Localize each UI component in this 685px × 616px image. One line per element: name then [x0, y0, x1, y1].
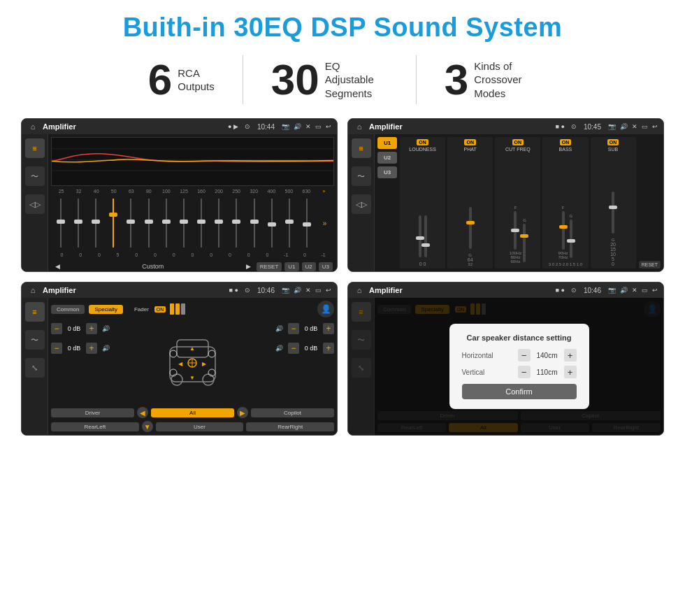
- bass-slider2[interactable]: [570, 220, 572, 258]
- eq-slider-0[interactable]: [52, 195, 68, 251]
- loudness-slider2[interactable]: [424, 215, 427, 257]
- eq-slider-7[interactable]: [175, 195, 192, 251]
- loudness-label: LOUDNESS: [409, 147, 436, 152]
- status-title-1: Amplifier: [43, 122, 224, 131]
- eq-slider-11[interactable]: [246, 195, 262, 251]
- sidebar-eq-btn-3[interactable]: ≡: [25, 302, 45, 322]
- eq-u3-btn[interactable]: U3: [319, 262, 333, 271]
- eq-u2-btn[interactable]: U2: [302, 262, 316, 271]
- sidebar-wave-btn-4[interactable]: 〜: [352, 330, 371, 350]
- preset-u1-btn[interactable]: U1: [377, 137, 397, 149]
- eq-reset-btn[interactable]: RESET: [257, 262, 282, 271]
- arrow-left-btn[interactable]: ◀: [137, 407, 148, 418]
- btn-copilot[interactable]: Copilot: [251, 408, 334, 417]
- person-icon-3[interactable]: 👤: [317, 301, 334, 317]
- sub-slider[interactable]: [612, 192, 614, 234]
- eq-slider-4[interactable]: [123, 195, 139, 251]
- db-plus-bot-right[interactable]: +: [323, 343, 334, 354]
- sidebar-eq-btn-2[interactable]: ≡: [352, 138, 371, 158]
- amp2-reset-btn[interactable]: RESET: [639, 261, 661, 268]
- screen3-content: ≡ 〜 ⤡ Common Specialty Fader ON: [22, 298, 337, 435]
- eq-slider-2[interactable]: [87, 195, 103, 251]
- status-title-4: Amplifier: [369, 286, 551, 294]
- camera-icon-1: 📷: [282, 123, 289, 130]
- cutfreq-slider2[interactable]: [523, 224, 526, 262]
- status-title-3: Amplifier: [43, 286, 225, 294]
- btn-driver[interactable]: Driver: [51, 408, 134, 417]
- dialog-vertical-plus[interactable]: +: [564, 366, 577, 378]
- eq-prev-btn[interactable]: ◀: [52, 262, 62, 271]
- eq-slider-3[interactable]: [106, 195, 122, 251]
- sidebar-wave-btn-3[interactable]: 〜: [25, 330, 45, 350]
- eq-slider-10[interactable]: [229, 195, 245, 251]
- eq-slider-1[interactable]: [70, 195, 86, 251]
- btn-rearleft[interactable]: RearLeft: [51, 422, 139, 431]
- sidebar-eq-btn[interactable]: ≡: [25, 138, 45, 158]
- stat-number-crossover: 3: [445, 58, 468, 101]
- loudness-slider[interactable]: [419, 215, 421, 257]
- eq-slider-6[interactable]: [158, 195, 174, 251]
- sidebar-expand-btn-3[interactable]: ⤡: [25, 358, 45, 378]
- stat-crossover: 3 Kinds of Crossover Modes: [417, 58, 565, 101]
- status-bar-2: ⌂ Amplifier ■ ● ⊙ 10:45 📷 🔊 ✕ ▭ ↩: [348, 119, 663, 134]
- db-plus-bot-left[interactable]: +: [86, 343, 97, 354]
- close-icon-1: ✕: [305, 123, 311, 130]
- db-plus-top-left[interactable]: +: [86, 323, 97, 334]
- db-plus-top-right[interactable]: +: [323, 323, 334, 334]
- btn-all[interactable]: All: [151, 408, 234, 417]
- dialog-horizontal-plus[interactable]: +: [564, 349, 577, 361]
- dialog-vertical-minus[interactable]: −: [518, 366, 531, 378]
- phat-slider[interactable]: [469, 207, 472, 249]
- sidebar-wave-btn[interactable]: 〜: [25, 166, 45, 186]
- status-bar-1: ⌂ Amplifier ● ▶ ⊙ 10:44 📷 🔊 ✕ ▭ ↩: [22, 119, 337, 134]
- window-icon-3: ▭: [315, 287, 322, 294]
- eq-val-labels: 0 0 0 5 0 0 0 0 0 0 0 0 -1 0 -1: [51, 252, 334, 257]
- db-val-top-left: 0 dB: [64, 325, 84, 332]
- tab-common-3[interactable]: Common: [51, 305, 85, 314]
- db-minus-top-right[interactable]: −: [288, 323, 299, 334]
- eq-slider-9[interactable]: [211, 195, 227, 251]
- db-minus-bot-right[interactable]: −: [288, 343, 299, 354]
- bass-label: BASS: [559, 147, 572, 152]
- btn-user[interactable]: User: [156, 422, 244, 431]
- screen2-content: ≡ 〜 ◁▷ U1 U2 U3 ON LOUDNESS: [348, 134, 663, 271]
- screen-eq: ⌂ Amplifier ● ▶ ⊙ 10:44 📷 🔊 ✕ ▭ ↩ ≡ 〜 ◁▷: [21, 118, 338, 272]
- preset-u3-btn[interactable]: U3: [377, 166, 397, 178]
- eq-slider-12[interactable]: [264, 195, 280, 251]
- bass-slider1[interactable]: [562, 211, 565, 250]
- arrow-down-btn[interactable]: ▼: [142, 421, 153, 432]
- eq-slider-14[interactable]: [299, 195, 315, 251]
- screen1-content: ≡ 〜 ◁▷: [22, 134, 337, 271]
- eq-u1-btn[interactable]: U1: [284, 262, 298, 271]
- loudness-on-badge: ON: [417, 139, 428, 145]
- sidebar-vol-btn-2[interactable]: ◁▷: [352, 194, 371, 214]
- eq-slider-13[interactable]: [281, 195, 297, 251]
- sidebar-wave-btn-2[interactable]: 〜: [352, 166, 371, 186]
- sidebar-vol-btn[interactable]: ◁▷: [25, 194, 45, 214]
- ctrl-cutfreq: ON CUT FREQ F 100Hz 80Hz 60Hz: [495, 137, 540, 268]
- eq-slider-5[interactable]: [140, 195, 157, 251]
- screen-fader: ⌂ Amplifier ■ ● ⊙ 10:46 📷 🔊 ✕ ▭ ↩ ≡ 〜 ⤡: [21, 282, 338, 436]
- preset-u2-btn[interactable]: U2: [377, 152, 397, 164]
- tab-specialty-3[interactable]: Specialty: [89, 305, 122, 314]
- sidebar-expand-btn-4[interactable]: ⤡: [352, 358, 371, 378]
- btn-rearright[interactable]: RearRight: [246, 422, 334, 431]
- dialog-confirm-button[interactable]: Confirm: [462, 384, 577, 399]
- arrow-right-btn[interactable]: ▶: [237, 407, 248, 418]
- close-icon-4: ✕: [632, 287, 637, 294]
- volume-icon-4: 🔊: [620, 287, 628, 294]
- cutfreq-slider1[interactable]: [514, 211, 517, 250]
- status-bar-4: ⌂ Amplifier ■ ● ⊙ 10:46 📷 🔊 ✕ ▭ ↩: [348, 282, 663, 298]
- db-minus-bot-left[interactable]: −: [51, 343, 62, 354]
- svg-point-6: [203, 374, 214, 385]
- status-time-3: 10:46: [257, 287, 275, 294]
- eq-slider-8[interactable]: [194, 195, 210, 251]
- eq-next-btn[interactable]: ▶: [244, 262, 254, 271]
- dialog-vertical-control: − 110cm +: [518, 366, 577, 378]
- amp3-top-bar: Common Specialty Fader ON 👤: [51, 301, 334, 317]
- window-icon-4: ▭: [642, 287, 648, 294]
- sidebar-eq-btn-4[interactable]: ≡: [352, 302, 371, 322]
- db-minus-top-left[interactable]: −: [51, 323, 62, 334]
- dialog-horizontal-minus[interactable]: −: [518, 349, 531, 361]
- screens-grid: ⌂ Amplifier ● ▶ ⊙ 10:44 📷 🔊 ✕ ▭ ↩ ≡ 〜 ◁▷: [21, 118, 664, 436]
